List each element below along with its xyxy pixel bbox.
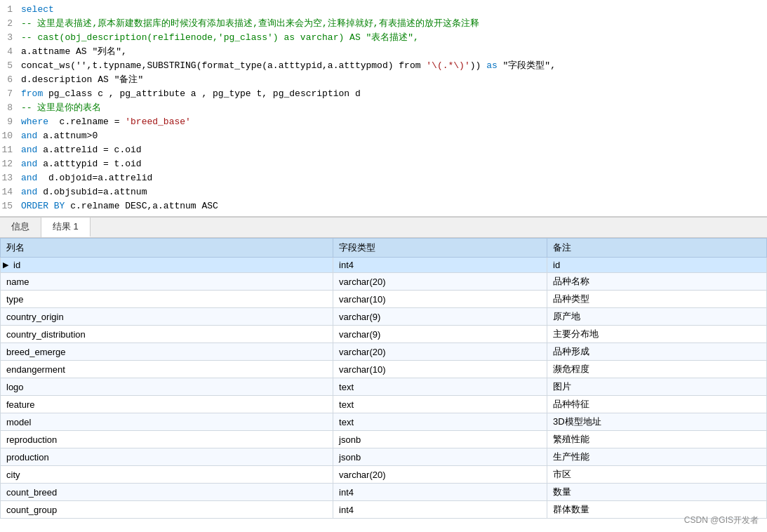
code-line: 3-- cast(obj_description(relfilenode,'pg… [0,31,767,45]
cell-name: logo [1,378,333,396]
table-row[interactable]: cityvarchar(20)市区 [1,466,767,484]
code-line: 5concat_ws('',t.typname,SUBSTRING(format… [0,59,767,73]
table-row[interactable]: featuretext品种特征 [1,396,767,413]
cell-type: text [333,396,547,413]
line-number: 2 [0,17,21,31]
cell-type: varchar(9) [333,326,547,343]
cell-comment: 生产性能 [547,448,767,466]
line-content: d.description AS "备注" [21,73,143,87]
cell-comment: 市区 [547,466,767,484]
cell-comment: 濒危程度 [547,361,767,378]
cell-comment: 3D模型地址 [547,413,767,431]
line-number: 5 [0,59,21,73]
line-number: 15 [0,199,21,213]
cell-type: varchar(9) [333,308,547,326]
line-content: and a.attnum>0 [21,129,98,143]
code-line: 6d.description AS "备注" [0,73,767,87]
line-content: select [21,3,54,17]
line-content: a.attname AS "列名", [21,45,127,59]
cell-type: varchar(20) [333,273,547,291]
cell-comment: 数量 [547,484,767,501]
line-content: and d.objoid=a.attrelid [21,171,152,185]
table-row[interactable]: productionjsonb生产性能 [1,448,767,466]
line-content: and a.attrelid = c.oid [21,143,142,157]
table-row[interactable]: typevarchar(10)品种类型 [1,291,767,308]
code-editor: 1select2-- 这里是表描述,原本新建数据库的时候没有添加表描述,查询出来… [0,0,767,217]
line-number: 6 [0,73,21,87]
cell-name: country_distribution [1,326,333,343]
code-line: 9where c.relname = 'breed_base' [0,115,767,129]
column-header: 列名 [1,239,333,258]
line-number: 9 [0,115,21,129]
line-number: 3 [0,31,21,45]
table-row[interactable]: logotext图片 [1,378,767,396]
cell-type: int4 [333,258,547,273]
cell-comment: 繁殖性能 [547,431,767,448]
cell-name: model [1,413,333,431]
code-line: 8-- 这里是你的表名 [0,101,767,115]
cell-comment: 品种类型 [547,291,767,308]
table-row[interactable]: ▶idint4id [1,258,767,273]
code-line: 10and a.attnum>0 [0,129,767,143]
cell-name: city [1,466,333,484]
cell-type: text [333,413,547,431]
table-row[interactable]: endangermentvarchar(10)濒危程度 [1,361,767,378]
cell-type: text [333,378,547,396]
line-number: 11 [0,143,21,157]
code-lines: 1select2-- 这里是表描述,原本新建数据库的时候没有添加表描述,查询出来… [0,0,767,216]
results-table: 列名字段类型备注 ▶idint4idnamevarchar(20)品种名称typ… [0,238,767,519]
line-content: concat_ws('',t.typname,SUBSTRING(format_… [21,59,556,73]
code-line: 2-- 这里是表描述,原本新建数据库的时候没有添加表描述,查询出来会为空,注释掉… [0,17,767,31]
watermark: CSDN @GIS开发者 [684,514,759,526]
line-number: 12 [0,157,21,171]
table-row[interactable]: country_distributionvarchar(9)主要分布地 [1,326,767,343]
tab-结果-1[interactable]: 结果 1 [41,218,91,237]
table-row[interactable]: count_groupint4群体数量 [1,501,767,519]
cell-comment: 品种形成 [547,343,767,361]
code-line: 7from pg_class c , pg_attribute a , pg_t… [0,87,767,101]
cell-type: jsonb [333,431,547,448]
cell-comment: id [547,258,767,273]
table-body: ▶idint4idnamevarchar(20)品种名称typevarchar(… [1,258,767,519]
line-content: -- cast(obj_description(relfilenode,'pg_… [21,31,419,45]
line-number: 1 [0,3,21,17]
table-row[interactable]: modeltext3D模型地址 [1,413,767,431]
line-content: -- 这里是表描述,原本新建数据库的时候没有添加表描述,查询出来会为空,注释掉就… [21,17,479,31]
line-content: and a.atttypid = t.oid [21,157,142,171]
table-row[interactable]: country_originvarchar(9)原产地 [1,308,767,326]
cell-name: type [1,291,333,308]
code-line: 13and d.objoid=a.attrelid [0,171,767,185]
cell-name: count_group [1,501,333,519]
cell-name: production [1,448,333,466]
tab-信息[interactable]: 信息 [0,218,41,237]
tab-bar: 信息结果 1 [0,217,767,238]
cell-type: int4 [333,501,547,519]
code-line: 1select [0,3,767,17]
line-content: from pg_class c , pg_attribute a , pg_ty… [21,87,361,101]
cell-type: jsonb [333,448,547,466]
code-line: 14and d.objsubid=a.attnum [0,185,767,199]
cell-comment: 图片 [547,378,767,396]
line-content: where c.relname = 'breed_base' [21,115,191,129]
table-row[interactable]: reproductionjsonb繁殖性能 [1,431,767,448]
column-header: 备注 [547,239,767,258]
line-number: 13 [0,171,21,185]
code-line: 11and a.attrelid = c.oid [0,143,767,157]
cell-name: country_origin [1,308,333,326]
table-row[interactable]: namevarchar(20)品种名称 [1,273,767,291]
cell-type: int4 [333,484,547,501]
line-number: 4 [0,45,21,59]
cell-name: feature [1,396,333,413]
code-line: 15ORDER BY c.relname DESC,a.attnum ASC [0,199,767,213]
table-row[interactable]: count_breedint4数量 [1,484,767,501]
line-number: 7 [0,87,21,101]
cell-name: name [1,273,333,291]
results-area[interactable]: 列名字段类型备注 ▶idint4idnamevarchar(20)品种名称typ… [0,238,767,519]
cell-type: varchar(20) [333,466,547,484]
line-number: 14 [0,185,21,199]
cell-comment: 品种特征 [547,396,767,413]
cell-type: varchar(10) [333,361,547,378]
line-content: -- 这里是你的表名 [21,101,101,115]
table-row[interactable]: breed_emergevarchar(20)品种形成 [1,343,767,361]
cell-name: reproduction [1,431,333,448]
